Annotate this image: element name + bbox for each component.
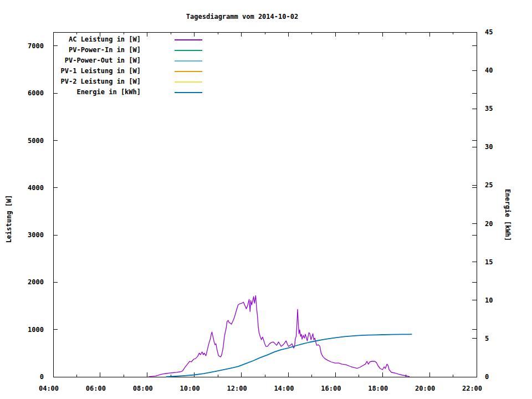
y-tick-label: 1000	[0, 325, 44, 334]
x-tick-label: 10:00	[180, 384, 200, 393]
legend-line-sample	[175, 81, 202, 83]
y2-tick-label: 45	[485, 28, 493, 37]
legend-label: PV-1 Leistung in [W]	[0, 66, 141, 76]
series-curve	[166, 334, 412, 377]
legend-label: PV-Power-Out in [W]	[0, 55, 141, 66]
y2-tick-label: 10	[485, 296, 493, 305]
x-tick-label: 14:00	[274, 384, 294, 393]
y-tick-label: 5000	[0, 136, 44, 145]
y-tick-label: 0	[0, 372, 44, 381]
y2-tick-label: 25	[485, 181, 493, 190]
y-tick-label: 4000	[0, 183, 44, 192]
y-tick-label: 2000	[0, 278, 44, 287]
legend-row: PV-Power-Out in [W]	[0, 55, 202, 66]
y2-tick-label: 5	[485, 334, 489, 343]
legend-line-sample	[175, 39, 202, 40]
legend-row: PV-2 Leistung in [W]	[0, 76, 202, 87]
y2-tick-label: 20	[485, 219, 493, 228]
y-tick-label: 6000	[0, 89, 44, 98]
legend-line-sample	[175, 60, 202, 62]
x-tick-label: 12:00	[227, 384, 247, 393]
x-tick-label: 22:00	[462, 384, 482, 393]
chart-container: Tagesdiagramm vom 2014-10-02 Leistung [W…	[0, 0, 532, 399]
y-tick-label: 7000	[0, 42, 44, 50]
x-tick-label: 06:00	[86, 384, 106, 393]
x-tick-label: 04:00	[39, 384, 59, 393]
legend-line-sample	[175, 92, 202, 93]
y2-tick-label: 30	[485, 142, 493, 151]
x-tick-label: 20:00	[415, 384, 435, 393]
legend-row: PV-1 Leistung in [W]	[0, 66, 202, 76]
y2-tick-label: 15	[485, 258, 493, 267]
x-tick-label: 08:00	[133, 384, 153, 393]
legend-label: PV-2 Leistung in [W]	[0, 76, 141, 87]
chart-title: Tagesdiagramm vom 2014-10-02	[186, 12, 298, 21]
legend-line-sample	[175, 50, 202, 51]
y-tick-label: 3000	[0, 231, 44, 239]
legend-line-sample	[175, 71, 202, 72]
series-curve	[149, 295, 410, 377]
y2-tick-label: 40	[485, 66, 493, 75]
x-tick-label: 18:00	[368, 384, 388, 393]
y2-tick-label: 0	[485, 372, 489, 381]
x-tick-label: 16:00	[321, 384, 341, 393]
y2-tick-label: 35	[485, 104, 493, 113]
y-axis-label-right: Energie [kWh]	[503, 189, 512, 241]
